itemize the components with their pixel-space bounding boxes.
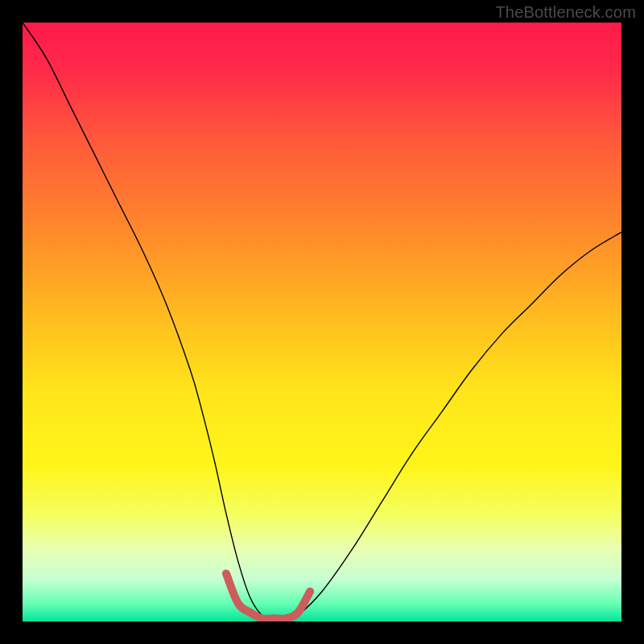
chart-frame: TheBottleneck.com bbox=[0, 0, 644, 644]
gradient-background bbox=[23, 23, 621, 621]
plot-area bbox=[23, 23, 621, 621]
watermark-text: TheBottleneck.com bbox=[495, 3, 636, 22]
chart-svg bbox=[23, 23, 621, 621]
